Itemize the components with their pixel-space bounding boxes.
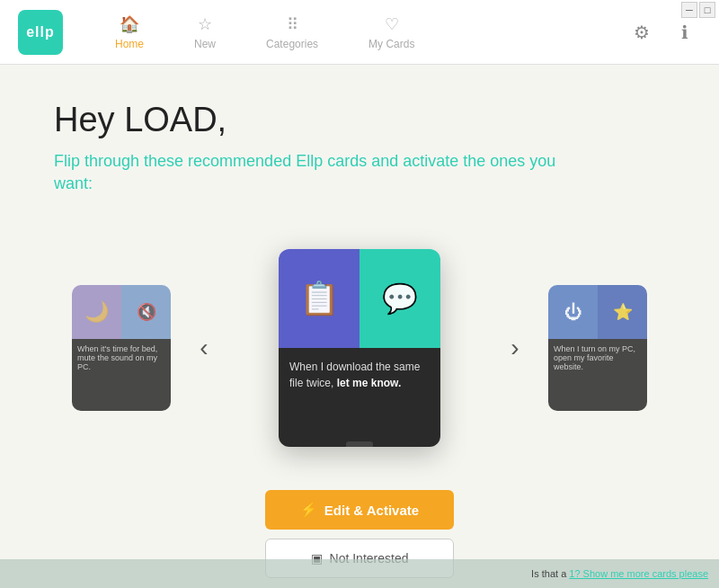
info-button[interactable]: ℹ: [669, 16, 701, 49]
bottom-text: Is that a: [531, 568, 566, 579]
card-center-notch: [346, 441, 373, 447]
edit-activate-label: Edit & Activate: [324, 503, 419, 518]
card-right-text: When I turn on my PC, open my favorite w…: [548, 339, 647, 411]
arrow-right-button[interactable]: ›: [495, 328, 535, 368]
nav-new-label: New: [194, 38, 216, 50]
maximize-button[interactable]: □: [699, 2, 715, 18]
heart-icon: ♡: [385, 14, 399, 34]
minimize-button[interactable]: ─: [681, 2, 697, 18]
nav-item-home[interactable]: 🏠 Home: [90, 7, 169, 58]
bottom-link[interactable]: 1? Show me more cards please: [569, 568, 708, 579]
main-content: Hey LOAD, Flip through these recommended…: [0, 65, 719, 588]
navbar: ellp 🏠 Home ☆ New ⠿ Categories ♡ My Card…: [0, 0, 719, 65]
nav-home-label: Home: [115, 38, 144, 50]
card-center[interactable]: 📋 💬 When I download the same file twice,…: [279, 249, 440, 447]
nav-item-categories[interactable]: ⠿ Categories: [241, 7, 343, 58]
card-left-mute-icon: 🔇: [121, 285, 171, 339]
cards-area: 🌙 🔇 When it's time for bed, mute the sou…: [54, 222, 665, 474]
nav-categories-label: Categories: [266, 38, 318, 50]
greeting: Hey LOAD,: [54, 101, 665, 139]
card-center-top: 📋 💬: [279, 249, 440, 348]
card-left-moon-icon: 🌙: [72, 285, 121, 339]
card-left[interactable]: 🌙 🔇 When it's time for bed, mute the sou…: [72, 285, 171, 411]
settings-button[interactable]: ⚙: [626, 16, 658, 49]
subtitle: Flip through these recommended Ellp card…: [54, 150, 557, 195]
logo-text: ellp: [26, 24, 55, 40]
card-right-power-icon: ⏻: [548, 285, 598, 339]
card-center-text-bold: let me know.: [337, 377, 402, 389]
nav-mycards-label: My Cards: [368, 38, 414, 50]
card-center-text: When I download the same file twice, let…: [279, 348, 440, 447]
bottom-bar: Is that a 1? Show me more cards please: [0, 559, 719, 588]
edit-activate-button[interactable]: ⚡ Edit & Activate: [265, 490, 454, 530]
arrow-left-button[interactable]: ‹: [184, 328, 224, 368]
card-right[interactable]: ⏻ ⭐ When I turn on my PC, open my favori…: [548, 285, 647, 411]
nav-right: ⚙ ℹ: [626, 16, 701, 49]
card-center-left-icon: 📋: [279, 249, 360, 348]
title-bar: ─ □: [665, 0, 719, 20]
nav-item-new[interactable]: ☆ New: [169, 7, 241, 58]
card-right-top: ⏻ ⭐: [548, 285, 647, 339]
lightning-icon: ⚡: [300, 502, 317, 518]
nav-items: 🏠 Home ☆ New ⠿ Categories ♡ My Cards: [90, 7, 626, 58]
star-icon: ☆: [198, 14, 212, 34]
nav-item-mycards[interactable]: ♡ My Cards: [343, 7, 439, 58]
card-left-text: When it's time for bed, mute the sound o…: [72, 339, 171, 411]
home-icon: 🏠: [120, 14, 139, 34]
card-left-top: 🌙 🔇: [72, 285, 171, 339]
card-center-right-icon: 💬: [360, 249, 440, 348]
card-right-star-icon: ⭐: [598, 285, 647, 339]
logo: ellp: [18, 10, 63, 55]
grid-icon: ⠿: [287, 14, 298, 34]
